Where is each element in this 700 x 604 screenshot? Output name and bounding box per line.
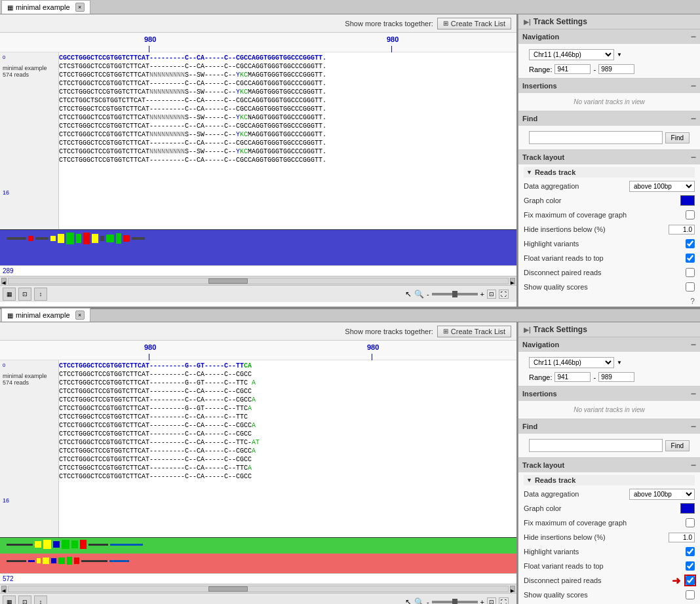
show-quality-checkbox-bottom[interactable] — [686, 590, 695, 599]
find-btn-bottom[interactable]: Find — [665, 440, 690, 451]
insertions-header-bottom[interactable]: Insertions − — [518, 387, 700, 401]
top-reads-area[interactable]: CGCCTGGGCTCCGTGGTCTTCAT---------C--CA---… — [59, 52, 516, 229]
find-input-bottom[interactable] — [529, 439, 663, 452]
create-tracklist-top-btn[interactable]: ⊞ Create Track List — [437, 18, 511, 29]
fix-max-checkbox-bottom[interactable] — [686, 518, 695, 527]
ts-header-icon-bottom: ▶| — [524, 326, 531, 333]
bottom-scroll-right-btn[interactable]: ▸ — [510, 586, 515, 592]
bottom-tab-close[interactable]: × — [75, 311, 85, 320]
nav-minus-bottom[interactable]: − — [691, 339, 696, 350]
track-layout-minus-bottom[interactable]: − — [691, 460, 696, 470]
zoom-icon: 🔍 — [414, 290, 424, 299]
data-agg-select-bottom[interactable]: above 100bp — [629, 489, 695, 500]
range-end-input-top[interactable] — [598, 64, 634, 74]
bottom-zoom-minus[interactable]: - — [427, 598, 429, 605]
find-input-top[interactable] — [529, 131, 663, 144]
bottom-fit-icon[interactable]: ⊡ — [487, 597, 496, 605]
read-line-1: CTCSTGGGCTCCGTGGTCTTCAT---------C--CA---… — [59, 62, 516, 71]
chr-select-bottom[interactable]: Chr11 (1,446bp) — [529, 357, 614, 368]
track-layout-header-top[interactable]: Track layout − — [518, 150, 700, 164]
float-variant-checkbox-top[interactable] — [686, 254, 695, 263]
find-minus-bottom[interactable]: − — [691, 421, 696, 432]
track-layout-minus-top[interactable]: − — [691, 152, 696, 162]
bottom-read-5: CTCCTGGGCTCCGTGGTCTTCAT---------G--GT---… — [59, 404, 516, 413]
create-tracklist-bottom-label: Create Track List — [451, 328, 505, 335]
bottom-read-6: CTCCTGGGCTCCGTGGTCTTCAT---------C--CA---… — [59, 413, 516, 421]
bottom-tb-btn-2[interactable]: ⊡ — [18, 595, 31, 605]
fix-max-checkbox-top[interactable] — [686, 210, 695, 219]
track-layout-header-bottom[interactable]: Track layout − — [518, 458, 700, 472]
find-label-top: Find — [522, 115, 537, 123]
nav-minus-top[interactable]: − — [691, 31, 696, 42]
bottom-hscroll[interactable]: ◂ ▸ — [0, 584, 516, 593]
float-variant-checkbox-bottom[interactable] — [686, 561, 695, 571]
find-header-bottom[interactable]: Find − — [518, 419, 700, 434]
zoom-plus[interactable]: + — [480, 290, 484, 298]
float-variant-row-top: Float variant reads to top — [524, 251, 695, 265]
top-coverage-bar — [0, 229, 516, 265]
graph-color-box-top[interactable] — [680, 195, 695, 206]
tb-btn-1[interactable]: ▦ — [3, 288, 16, 301]
bottom-seq-content: 0 minimal example 574 reads 16 CTCCTGGGC… — [0, 360, 516, 537]
highlight-variants-label-top: Highlight variants — [524, 240, 686, 248]
find-btn-top[interactable]: Find — [665, 132, 690, 143]
range-start-input-bottom[interactable] — [554, 372, 591, 382]
zoom-minus[interactable]: - — [427, 290, 429, 298]
bottom-tb-btn-3[interactable]: ↕ — [34, 595, 47, 605]
bottom-zoom-plus[interactable]: + — [480, 598, 484, 605]
disconnect-paired-checkbox-top[interactable] — [686, 268, 695, 277]
graph-color-label-bottom: Graph color — [524, 504, 680, 512]
nav-section-header-bottom[interactable]: Navigation − — [518, 337, 700, 352]
data-agg-select-top[interactable]: above 100bp — [629, 181, 695, 192]
end-num-label: 16 — [3, 189, 56, 196]
disconnect-paired-checkbox-bottom[interactable] — [686, 576, 695, 585]
bottom-coverage-wrap — [0, 537, 516, 573]
insertions-header-top[interactable]: Insertions − — [518, 79, 700, 93]
highlight-variants-checkbox-top[interactable] — [686, 239, 695, 248]
bottom-end-num-label: 16 — [3, 497, 56, 504]
hide-insert-input-top[interactable] — [669, 225, 695, 235]
tab-close[interactable]: × — [75, 3, 85, 12]
fit-icon[interactable]: ⊡ — [487, 290, 496, 299]
cov-dash-4 — [132, 237, 145, 240]
bottom-fullscreen-icon[interactable]: ⛶ — [499, 597, 509, 605]
top-tab[interactable]: ▦ minimal example × — [1, 0, 90, 14]
scroll-track[interactable] — [8, 278, 509, 284]
bottom-tab[interactable]: ▦ minimal example × — [1, 308, 90, 322]
nav-section-header-top[interactable]: Navigation − — [518, 29, 700, 44]
bottom-panel: Show more tracks together: ⊞ Create Trac… — [0, 322, 700, 604]
insertions-minus-top[interactable]: − — [691, 81, 696, 91]
bottom-scroll-thumb[interactable] — [208, 586, 248, 592]
bottom-zoom-icon: 🔍 — [414, 597, 424, 605]
bottom-tb-btn-1[interactable]: ▦ — [3, 595, 16, 605]
fullscreen-icon[interactable]: ⛶ — [499, 290, 509, 299]
chr-select-top[interactable]: Chr11 (1,446bp) — [529, 49, 614, 60]
bottom-zoom-slider[interactable] — [432, 601, 478, 603]
hide-insert-input-bottom[interactable] — [669, 533, 695, 542]
range-start-input-top[interactable] — [554, 64, 591, 74]
navigation-section-bottom: Navigation − Chr11 (1,446bp) ▼ Range: - — [518, 337, 700, 387]
help-icon-top[interactable]: ? — [524, 294, 695, 307]
bottom-reads-area[interactable]: CTCCTGGGCTCCGTGGTCTTCAT---------G--GT---… — [59, 360, 516, 537]
tb-btn-2[interactable]: ⊡ — [18, 288, 31, 301]
graph-color-box-bottom[interactable] — [680, 503, 695, 514]
create-tracklist-bottom-btn[interactable]: ⊞ Create Track List — [437, 326, 511, 337]
zoom-slider[interactable] — [432, 293, 478, 295]
bottom-tab-icon: ▦ — [7, 312, 13, 319]
highlight-variants-checkbox-bottom[interactable] — [686, 547, 695, 556]
bottom-bottom-toolbar: ▦ ⊡ ↕ ↖ 🔍 - + ⊡ ⛶ — [0, 593, 516, 604]
scroll-right-btn[interactable]: ▸ — [510, 278, 515, 284]
tb-btn-3[interactable]: ↕ — [34, 288, 47, 301]
chr-dropdown-arrow-top: ▼ — [617, 52, 622, 58]
cov-b2-blue-1 — [28, 560, 35, 562]
show-quality-checkbox-top[interactable] — [686, 282, 695, 292]
top-hscroll[interactable]: ◂ ▸ — [0, 276, 516, 285]
insertions-minus-bottom[interactable]: − — [691, 388, 696, 399]
scroll-left-btn[interactable]: ◂ — [1, 278, 7, 284]
scroll-thumb[interactable] — [208, 278, 248, 284]
range-end-input-bottom[interactable] — [598, 372, 634, 382]
bottom-scroll-track[interactable] — [8, 586, 509, 592]
find-minus-top[interactable]: − — [691, 113, 696, 124]
find-header-top[interactable]: Find − — [518, 111, 700, 126]
bottom-scroll-left-btn[interactable]: ◂ — [1, 586, 7, 592]
